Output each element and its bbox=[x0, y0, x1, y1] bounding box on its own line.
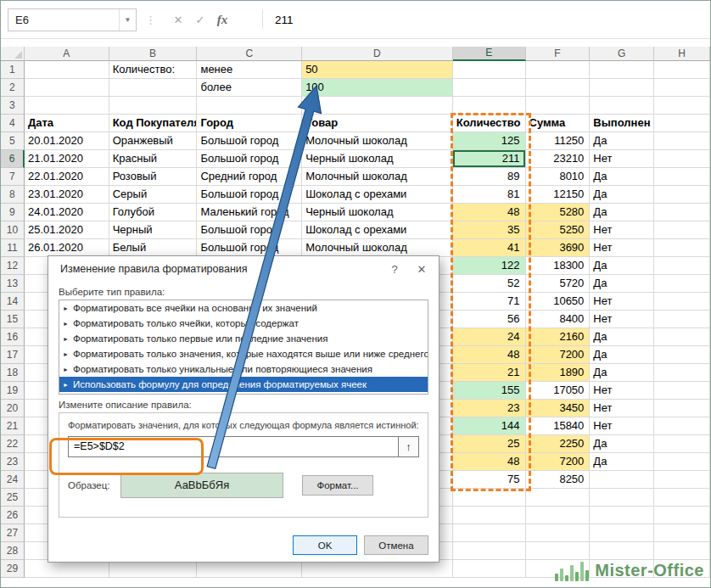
cell-H2[interactable] bbox=[654, 79, 710, 97]
cell-D9[interactable]: Черный шоколад bbox=[302, 204, 453, 221]
cell-H7[interactable] bbox=[654, 168, 710, 186]
rule-type-item-3[interactable]: ►Форматировать только значения, которые … bbox=[59, 346, 428, 361]
rule-type-item-1[interactable]: ►Форматировать только ячейки, которые со… bbox=[59, 316, 428, 331]
cell-C2[interactable]: более bbox=[197, 79, 302, 97]
cell-A1[interactable] bbox=[25, 61, 109, 79]
cell-C29[interactable] bbox=[197, 560, 302, 578]
row-header-11[interactable]: 11 bbox=[1, 239, 25, 257]
row-header-20[interactable]: 20 bbox=[1, 400, 25, 417]
cell-E23[interactable]: 48 bbox=[453, 453, 526, 471]
cell-G13[interactable]: Да bbox=[590, 275, 654, 293]
cell-F21[interactable]: 15840 bbox=[526, 417, 591, 435]
cell-F4[interactable]: Сумма bbox=[526, 115, 591, 132]
cell-F24[interactable]: 8250 bbox=[526, 471, 591, 489]
row-header-9[interactable]: 9 bbox=[1, 204, 25, 221]
column-header-G[interactable]: G bbox=[590, 47, 654, 61]
cell-F7[interactable]: 8010 bbox=[526, 168, 591, 186]
cell-B9[interactable]: Голубой bbox=[109, 204, 198, 221]
cell-H15[interactable] bbox=[654, 311, 710, 328]
row-header-19[interactable]: 19 bbox=[1, 382, 25, 400]
cell-C6[interactable]: Большой город bbox=[197, 150, 302, 168]
cell-B5[interactable]: Оранжевый bbox=[109, 132, 198, 150]
cell-H12[interactable] bbox=[654, 257, 710, 275]
row-header-5[interactable]: 5 bbox=[1, 132, 25, 150]
cell-A9[interactable]: 24.01.2020 bbox=[25, 204, 109, 221]
format-button[interactable]: Формат... bbox=[302, 475, 373, 496]
cell-H3[interactable] bbox=[654, 97, 710, 115]
cell-E1[interactable] bbox=[453, 61, 526, 79]
cell-E12[interactable]: 122 bbox=[453, 257, 526, 275]
column-header-E[interactable]: E bbox=[453, 47, 526, 61]
row-header-1[interactable]: 1 bbox=[1, 61, 25, 79]
cell-G12[interactable]: Да bbox=[590, 257, 654, 275]
cell-F19[interactable]: 17050 bbox=[526, 382, 591, 400]
cell-A11[interactable]: 26.01.2020 bbox=[25, 239, 109, 257]
cell-E6[interactable]: 211 bbox=[453, 150, 526, 168]
cell-G24[interactable] bbox=[590, 471, 654, 489]
cell-B2[interactable] bbox=[109, 79, 198, 97]
cell-F15[interactable]: 8400 bbox=[526, 311, 591, 328]
cell-H21[interactable] bbox=[654, 417, 710, 435]
dialog-title-bar[interactable]: Изменение правила форматирования ? ✕ bbox=[48, 256, 439, 282]
cell-H28[interactable] bbox=[654, 542, 710, 560]
cell-F17[interactable]: 7200 bbox=[526, 346, 591, 364]
row-header-10[interactable]: 10 bbox=[1, 221, 25, 239]
row-header-23[interactable]: 23 bbox=[1, 453, 25, 471]
cell-E2[interactable] bbox=[453, 79, 526, 97]
cell-E28[interactable] bbox=[453, 542, 526, 560]
formula-bar-input[interactable]: 211 bbox=[275, 14, 294, 26]
cell-D4[interactable]: Товар bbox=[302, 115, 453, 132]
cell-G7[interactable]: Да bbox=[590, 168, 654, 186]
collapse-dialog-icon[interactable]: ↑ bbox=[398, 437, 418, 456]
cell-G26[interactable] bbox=[590, 507, 654, 524]
cell-H19[interactable] bbox=[654, 382, 710, 400]
cell-D8[interactable]: Шоколад с орехами bbox=[302, 186, 453, 204]
cell-E24[interactable]: 75 bbox=[453, 471, 526, 489]
cell-E19[interactable]: 155 bbox=[453, 382, 526, 400]
cell-F6[interactable]: 23210 bbox=[526, 150, 591, 168]
cell-H25[interactable] bbox=[654, 489, 710, 507]
cell-A2[interactable] bbox=[25, 79, 109, 97]
cell-F20[interactable]: 3450 bbox=[526, 400, 591, 417]
cell-G2[interactable] bbox=[590, 79, 654, 97]
cell-G19[interactable]: Нет bbox=[590, 382, 654, 400]
cell-E5[interactable]: 125 bbox=[453, 132, 526, 150]
cell-F2[interactable] bbox=[526, 79, 591, 97]
cell-F11[interactable]: 3690 bbox=[526, 239, 591, 257]
cell-G6[interactable]: Нет bbox=[590, 150, 654, 168]
cell-G21[interactable]: Нет bbox=[590, 417, 654, 435]
cell-H24[interactable] bbox=[654, 471, 710, 489]
cell-E4[interactable]: Количество bbox=[453, 115, 526, 132]
cell-G17[interactable]: Да bbox=[590, 346, 654, 364]
select-all-corner[interactable] bbox=[1, 47, 25, 61]
cell-H23[interactable] bbox=[654, 453, 710, 471]
insert-function-icon[interactable]: fx bbox=[211, 13, 233, 27]
cell-C11[interactable]: Большой город bbox=[197, 239, 302, 257]
cell-F26[interactable] bbox=[526, 507, 591, 524]
cell-D11[interactable]: Молочный шоколад bbox=[302, 239, 453, 257]
cancel-entry-icon[interactable]: ✕ bbox=[167, 14, 189, 26]
cell-H4[interactable] bbox=[654, 115, 710, 132]
cancel-button[interactable]: Отмена bbox=[364, 535, 428, 555]
cell-G20[interactable]: Нет bbox=[590, 400, 654, 417]
cell-H10[interactable] bbox=[654, 221, 710, 239]
rule-type-item-5[interactable]: ►Использовать формулу для определения фо… bbox=[59, 377, 428, 392]
cell-H11[interactable] bbox=[654, 239, 710, 257]
cell-H16[interactable] bbox=[654, 328, 710, 346]
cell-E25[interactable] bbox=[453, 489, 526, 507]
cell-E3[interactable] bbox=[453, 97, 526, 115]
cell-E14[interactable]: 71 bbox=[453, 293, 526, 311]
cell-H22[interactable] bbox=[654, 435, 710, 453]
row-header-18[interactable]: 18 bbox=[1, 364, 25, 382]
cell-E21[interactable]: 144 bbox=[453, 417, 526, 435]
cell-H9[interactable] bbox=[654, 204, 710, 221]
row-header-8[interactable]: 8 bbox=[1, 186, 25, 204]
name-box-dropdown-icon[interactable]: ▼ bbox=[119, 9, 136, 31]
cell-F9[interactable]: 5280 bbox=[526, 204, 591, 221]
cell-C3[interactable] bbox=[197, 97, 302, 115]
cell-B11[interactable]: Белый bbox=[109, 239, 198, 257]
cell-F5[interactable]: 11250 bbox=[526, 132, 591, 150]
cell-F1[interactable] bbox=[526, 61, 591, 79]
cell-H17[interactable] bbox=[654, 346, 710, 364]
cell-G14[interactable]: Нет bbox=[590, 293, 654, 311]
